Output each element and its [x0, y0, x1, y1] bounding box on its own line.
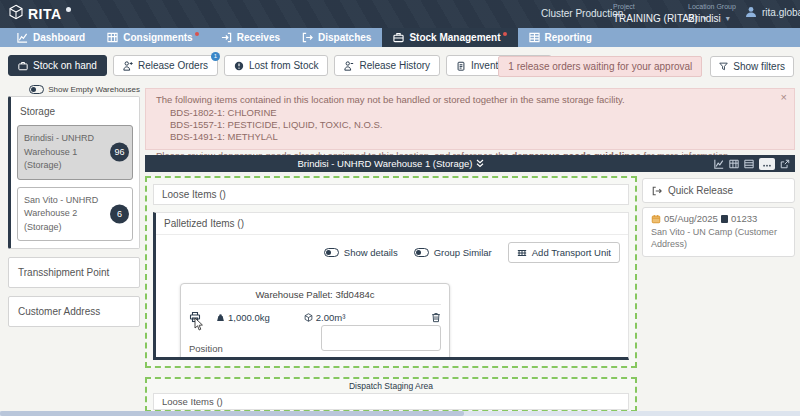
warehouse-title-toggle[interactable]: Brindisi - UNHRD Warehouse 1 (Storage): [145, 158, 637, 169]
funnel-icon: [719, 62, 728, 71]
release-order-number: 01233: [731, 213, 757, 224]
briefcase-icon: [18, 61, 28, 71]
toggle-off-icon: [414, 248, 429, 257]
position-input[interactable]: [321, 325, 441, 351]
location-group-value: Brindisi: [688, 12, 721, 25]
sidebar-item-san-vito-warehouse-2[interactable]: San Vito - UNHRD Warehouse 2 (Storage) 6: [17, 187, 133, 242]
nav-label: Dashboard: [33, 32, 85, 43]
project-value: TRAINING (RITA2): [613, 12, 698, 25]
add-transport-unit-button[interactable]: Add Transport Unit: [508, 242, 620, 263]
pallet-volume: 2.00m³: [304, 312, 346, 323]
warning-item: BDS-1491-1: METHYLAL: [170, 131, 772, 143]
app-header: RITA Cluster Production Project TRAINING…: [0, 0, 800, 28]
pallet-title: Warehouse Pallet: 3fd0484c: [189, 289, 441, 305]
toggle-label: Show details: [344, 247, 398, 258]
button-label: Quick Release: [668, 185, 733, 196]
dispatch-staging-title: Dispatch Staging Area: [153, 381, 629, 391]
release-order-line: 05/Aug/2025 01233: [651, 213, 786, 224]
button-label: Release History: [359, 60, 430, 71]
sign-in-arrow-icon: [221, 32, 232, 43]
sidebar-item-customer-address[interactable]: Customer Address: [8, 296, 140, 327]
warning-item: BDS-1557-1: PESTICIDE, LIQUID, TOXIC, N.…: [170, 119, 772, 131]
palletized-items-section-header[interactable]: Palletized Items (): [156, 213, 628, 235]
storage-group: Storage Brindisi - UNHRD Warehouse 1 (St…: [8, 96, 140, 249]
nav-receives[interactable]: Receives: [210, 28, 291, 47]
table-view-icon[interactable]: [729, 159, 739, 169]
weight-value: 1,000.0kg: [228, 312, 270, 323]
nav-dispatches[interactable]: Dispatches: [291, 28, 382, 47]
storage-items: Brindisi - UNHRD Warehouse 1 (Storage) 9…: [11, 125, 139, 241]
quick-release-button[interactable]: Quick Release: [642, 178, 795, 203]
nav-label: Reporting: [545, 32, 592, 43]
nav-reporting[interactable]: Reporting: [518, 28, 603, 47]
sign-out-arrow-icon: [652, 186, 662, 196]
horizontal-scrollbar[interactable]: [0, 411, 800, 416]
toolbar-right: 1 release orders waiting for your approv…: [498, 56, 794, 77]
release-order-card[interactable]: 05/Aug/2025 01233 San Vito - UN Camp (Cu…: [642, 207, 795, 257]
stock-count-badge: 6: [110, 204, 129, 223]
release-orders-badge: 1: [211, 52, 220, 61]
stock-on-hand-button[interactable]: Stock on hand: [8, 55, 107, 76]
trash-icon[interactable]: [431, 312, 441, 323]
show-empty-warehouses-toggle[interactable]: Show Empty Warehouses: [8, 85, 140, 94]
storage-group-title[interactable]: Storage: [11, 97, 139, 125]
toggle-label: Group Similar: [434, 247, 492, 258]
user-email: rita.global@wfp.org: [762, 7, 800, 18]
ellipsis-view-icon[interactable]: [759, 158, 775, 170]
nav-dashboard[interactable]: Dashboard: [6, 28, 96, 47]
cube-icon: [304, 313, 313, 322]
sidebar-item-brindisi-warehouse-1[interactable]: Brindisi - UNHRD Warehouse 1 (Storage) 9…: [17, 125, 133, 180]
lost-from-stock-button[interactable]: Lost from Stock: [224, 55, 328, 76]
weight-icon: [216, 313, 225, 322]
warning-item-list: BDS-1802-1: CHLORINE BDS-1557-1: PESTICI…: [156, 107, 772, 143]
group-similar-toggle[interactable]: Group Similar: [414, 247, 492, 258]
stock-count-badge: 96: [110, 143, 129, 162]
main-nav: Dashboard Consignments Receives Dispatch…: [0, 28, 800, 47]
warehouse-header-bar: Brindisi - UNHRD Warehouse 1 (Storage): [145, 155, 795, 172]
brand-text: RITA: [28, 4, 62, 24]
nav-stock-management[interactable]: Stock Management: [382, 28, 517, 47]
release-orders-button[interactable]: Release Orders 1: [113, 55, 218, 76]
location-sidebar: Storage Brindisi - UNHRD Warehouse 1 (St…: [8, 96, 140, 327]
user-icon: [745, 6, 757, 18]
nav-label: Receives: [237, 32, 280, 43]
pallet-icon: [517, 248, 527, 258]
warehouse-pallet-card[interactable]: Warehouse Pallet: 3fd0484c 1,000.0kg 2.0…: [180, 283, 450, 360]
brand-logo[interactable]: RITA: [8, 4, 71, 24]
staging-loose-items-header[interactable]: Loose Items (): [153, 393, 629, 410]
warehouse-label: Brindisi - UNHRD Warehouse 1 (Storage): [24, 133, 94, 170]
briefcase-icon: [393, 32, 404, 43]
loose-items-section-header[interactable]: Loose Items (): [153, 184, 629, 205]
close-icon[interactable]: ×: [781, 91, 787, 103]
external-link-icon[interactable]: [780, 159, 790, 169]
line-chart-view-icon[interactable]: [714, 159, 724, 169]
sidebar-item-transshipment-point[interactable]: Transshipment Point: [8, 257, 140, 288]
nav-label: Stock Management: [409, 32, 500, 43]
warehouse-label: San Vito - UNHRD Warehouse 2 (Storage): [24, 195, 98, 232]
grid-view-icon[interactable]: [744, 159, 754, 169]
alert-circle-icon: [234, 61, 244, 71]
person-release-icon: [123, 61, 133, 71]
calendar-icon: [651, 214, 661, 224]
pallet-meta-row: 1,000.0kg 2.00m³: [189, 311, 441, 323]
button-label: Stock on hand: [33, 60, 97, 71]
user-menu[interactable]: rita.global@wfp.org: [745, 6, 800, 18]
position-row: Position: [189, 324, 441, 356]
toggle-off-icon: [324, 248, 339, 257]
stock-toolbar: Stock on hand Release Orders 1 Lost from…: [8, 55, 552, 76]
release-history-button[interactable]: Release History: [334, 55, 440, 76]
show-filters-button[interactable]: Show filters: [710, 56, 794, 77]
warehouse-view-controls: [714, 158, 795, 170]
double-chevron-down-icon: [476, 159, 484, 168]
position-label: Position: [189, 343, 223, 354]
location-group-selector[interactable]: Location Group Brindisi: [688, 2, 736, 25]
cube-logo-icon: [8, 4, 24, 20]
scrollbar-thumb[interactable]: [0, 411, 464, 416]
warehouse-title: Brindisi - UNHRD Warehouse 1 (Storage): [298, 158, 473, 169]
release-order-date: 05/Aug/2025: [664, 213, 718, 224]
show-details-toggle[interactable]: Show details: [324, 247, 398, 258]
button-label: Release Orders: [138, 60, 208, 71]
alert-dot-icon: [503, 32, 507, 36]
nav-consignments[interactable]: Consignments: [96, 28, 209, 47]
pallet-weight: 1,000.0kg: [216, 312, 270, 323]
